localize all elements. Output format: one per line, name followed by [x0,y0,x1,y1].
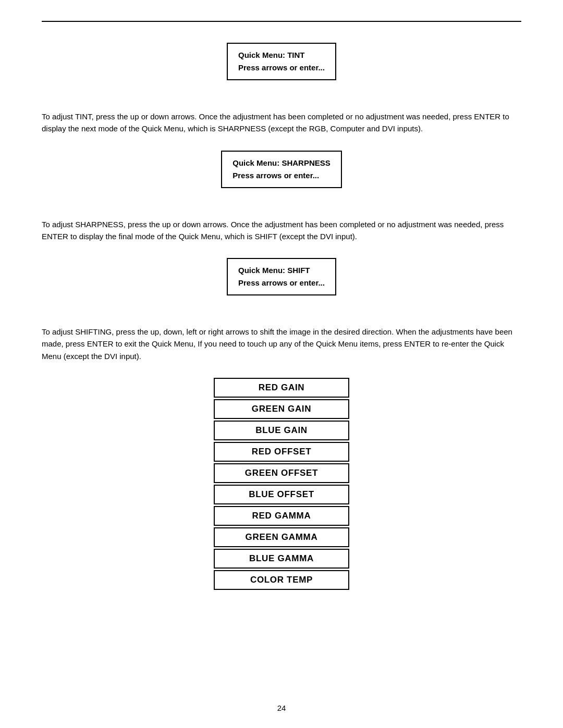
menu-item-blue-offset: BLUE OFFSET [214,485,349,504]
tint-box-line1: Quick Menu: TINT [238,49,325,61]
page-number: 24 [277,704,286,712]
tint-box-wrapper: Quick Menu: TINT Press arrows or enter..… [42,43,521,96]
menu-item-red-offset: RED OFFSET [214,442,349,462]
shift-box-wrapper: Quick Menu: SHIFT Press arrows or enter.… [42,258,521,311]
menu-item-red-gain: RED GAIN [214,378,349,398]
shift-box-line1: Quick Menu: SHIFT [238,264,325,277]
tint-description: To adjust TINT, press the up or down arr… [42,110,521,135]
sharpness-box-line1: Quick Menu: SHARPNESS [232,157,331,169]
sharpness-box-line2: Press arrows or enter... [232,169,331,182]
menu-item-blue-gain: BLUE GAIN [214,421,349,440]
menu-items-list: RED GAINGREEN GAINBLUE GAINRED OFFSETGRE… [42,378,521,591]
menu-item-green-gamma: GREEN GAMMA [214,527,349,547]
menu-item-green-offset: GREEN OFFSET [214,463,349,483]
tint-box-line2: Press arrows or enter... [238,61,325,74]
menu-item-blue-gamma: BLUE GAMMA [214,549,349,569]
menu-item-green-gain: GREEN GAIN [214,399,349,419]
sharpness-box-wrapper: Quick Menu: SHARPNESS Press arrows or en… [42,151,521,204]
tint-menu-box: Quick Menu: TINT Press arrows or enter..… [227,43,336,80]
sharpness-description: To adjust SHARPNESS, press the up or dow… [42,218,521,243]
shift-description: To adjust SHIFTING, press the up, down, … [42,326,521,362]
sharpness-menu-box: Quick Menu: SHARPNESS Press arrows or en… [221,151,342,188]
top-border [42,21,521,22]
page-container: Quick Menu: TINT Press arrows or enter..… [0,0,563,728]
shift-menu-box: Quick Menu: SHIFT Press arrows or enter.… [227,258,336,295]
menu-item-color-temp: COLOR TEMP [214,570,349,590]
menu-item-red-gamma: RED GAMMA [214,506,349,526]
shift-box-line2: Press arrows or enter... [238,277,325,289]
